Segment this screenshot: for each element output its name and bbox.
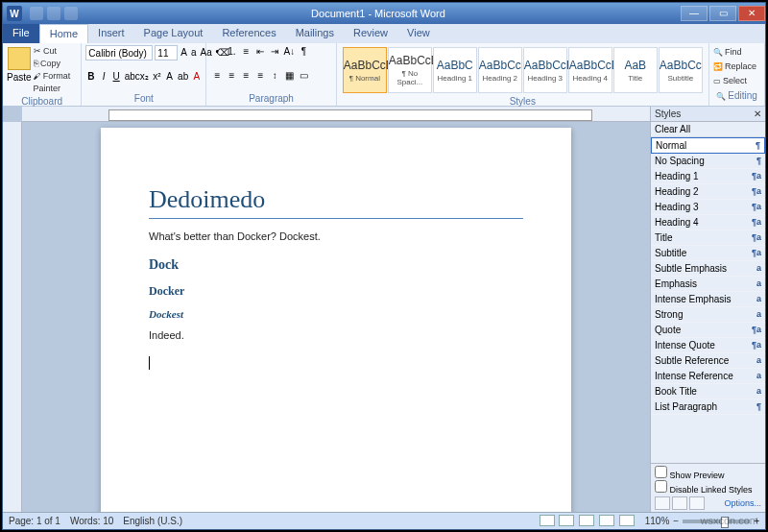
qat-save-icon[interactable] [30, 7, 43, 20]
view-full-screen[interactable] [559, 515, 574, 526]
style-list-item[interactable]: Subtle Emphasisa [651, 261, 765, 277]
style-list-item[interactable]: Heading 3¶a [651, 200, 765, 215]
view-print-layout[interactable] [540, 515, 555, 526]
cut-button[interactable]: Cut [34, 45, 78, 58]
doc-heading-3[interactable]: Docker [149, 284, 523, 299]
subscript-button[interactable]: x₂ [139, 70, 150, 84]
borders-button[interactable]: ▭ [297, 69, 310, 83]
tab-references[interactable]: References [212, 24, 285, 43]
style-list-item[interactable]: Title¶a [651, 230, 765, 246]
new-style-button[interactable] [655, 496, 670, 510]
superscript-button[interactable]: x² [152, 70, 162, 84]
tab-home[interactable]: Home [39, 24, 88, 43]
view-draft[interactable] [619, 515, 635, 526]
align-center-button[interactable]: ≡ [225, 69, 238, 83]
bullets-button[interactable]: • [210, 45, 224, 59]
sort-button[interactable]: A↓ [282, 45, 296, 59]
word-icon[interactable]: W [7, 6, 22, 21]
qat-undo-icon[interactable] [47, 7, 60, 20]
status-language[interactable]: English (U.S.) [123, 516, 182, 526]
styles-list[interactable]: Normal¶No Spacing¶Heading 1¶aHeading 2¶a… [651, 137, 765, 463]
shading-button[interactable]: ▦ [282, 69, 296, 83]
align-left-button[interactable]: ≡ [210, 69, 224, 83]
paste-button[interactable]: Paste [7, 45, 32, 95]
underline-button[interactable]: U [111, 70, 122, 84]
replace-button[interactable]: Replace [713, 60, 760, 74]
style-gallery[interactable]: AaBbCcDc¶ NormalAaBbCcDc¶ No Spaci...AaB… [341, 45, 705, 95]
style-list-item[interactable]: Intense Referencea [651, 369, 765, 384]
align-right-button[interactable]: ≡ [239, 69, 252, 83]
styles-pane-close-icon[interactable]: ✕ [754, 109, 761, 119]
tab-insert[interactable]: Insert [88, 24, 134, 43]
font-color-button[interactable]: A [191, 70, 202, 84]
styles-options-link[interactable]: Options... [705, 498, 761, 508]
multilevel-button[interactable]: ≡ [239, 45, 252, 59]
disable-linked-checkbox[interactable]: Disable Linked Styles [655, 480, 761, 495]
find-button[interactable]: Find [713, 45, 760, 60]
page-scroll[interactable]: Dedoimedo What's better than Docker? Doc… [22, 122, 650, 512]
highlight-button[interactable]: ab [177, 70, 189, 84]
style-list-item[interactable]: Quote¶a [651, 323, 765, 338]
style-list-item[interactable]: Subtle Referencea [651, 353, 765, 369]
select-button[interactable]: Select [713, 74, 760, 88]
tab-mailings[interactable]: Mailings [286, 24, 344, 43]
style-list-item[interactable]: Intense Emphasisa [651, 292, 765, 307]
format-painter-button[interactable]: Format Painter [34, 70, 78, 95]
italic-button[interactable]: I [98, 70, 108, 84]
style-gallery-item[interactable]: AaBbCcIHeading 3 [523, 47, 567, 93]
style-list-item[interactable]: Heading 2¶a [651, 184, 765, 200]
status-words[interactable]: Words: 10 [70, 516, 113, 526]
style-list-item[interactable]: Heading 4¶a [651, 215, 765, 230]
style-gallery-item[interactable]: AaBbCcDc¶ Normal [343, 47, 387, 93]
manage-styles-button[interactable] [689, 496, 705, 510]
grow-font-button[interactable]: A [180, 46, 188, 60]
tab-file[interactable]: File [3, 24, 39, 43]
view-outline[interactable] [599, 515, 614, 526]
zoom-level[interactable]: 110% [645, 516, 670, 526]
numbering-button[interactable]: 1. [225, 45, 238, 59]
tab-view[interactable]: View [397, 24, 440, 43]
shrink-font-button[interactable]: a [190, 46, 198, 60]
style-list-item[interactable]: Stronga [651, 307, 765, 323]
font-size-input[interactable] [155, 45, 178, 60]
horizontal-ruler[interactable] [22, 107, 650, 122]
show-preview-checkbox[interactable]: Show Preview [655, 466, 761, 480]
bold-button[interactable]: B [85, 70, 96, 84]
strike-button[interactable]: abc [124, 70, 137, 84]
line-spacing-button[interactable]: ↕ [268, 69, 281, 83]
font-name-input[interactable] [85, 45, 153, 60]
style-list-item[interactable]: List Paragraph¶ [651, 399, 765, 415]
outdent-button[interactable]: ⇤ [253, 45, 267, 59]
copy-button[interactable]: Copy [34, 58, 78, 70]
style-list-item[interactable]: Intense Quote¶a [651, 338, 765, 353]
style-list-item[interactable]: No Spacing¶ [651, 154, 765, 169]
style-list-item[interactable]: Normal¶ [651, 137, 765, 154]
doc-body-2[interactable]: Indeed. [149, 329, 523, 341]
style-list-item[interactable]: Heading 1¶a [651, 169, 765, 184]
style-gallery-item[interactable]: AaBbCcDdHeading 4 [568, 47, 612, 93]
doc-heading-2[interactable]: Dock [149, 257, 523, 273]
vertical-ruler[interactable] [3, 122, 22, 512]
text-effects-button[interactable]: A [164, 70, 175, 84]
maximize-button[interactable]: ▭ [709, 6, 736, 21]
close-button[interactable]: ✕ [738, 6, 765, 21]
clear-all-button[interactable]: Clear All [651, 122, 765, 137]
zoom-out-button[interactable]: − [673, 516, 679, 526]
tab-review[interactable]: Review [344, 24, 397, 43]
minimize-button[interactable]: — [681, 6, 708, 21]
style-gallery-item[interactable]: AaBbCcSubtitle [659, 47, 703, 93]
doc-title[interactable]: Dedoimedo [149, 185, 523, 219]
show-marks-button[interactable]: ¶ [297, 45, 310, 59]
style-list-item[interactable]: Book Titlea [651, 384, 765, 399]
view-web-layout[interactable] [579, 515, 594, 526]
document-page[interactable]: Dedoimedo What's better than Docker? Doc… [101, 128, 571, 512]
style-gallery-item[interactable]: AaBbCcHeading 2 [478, 47, 522, 93]
style-list-item[interactable]: Emphasisa [651, 277, 765, 292]
doc-body-1[interactable]: What's better than Docker? Dockest. [149, 230, 523, 242]
status-page[interactable]: Page: 1 of 1 [9, 516, 60, 526]
qat-redo-icon[interactable] [64, 7, 78, 20]
tab-page-layout[interactable]: Page Layout [134, 24, 213, 43]
style-list-item[interactable]: Subtitle¶a [651, 246, 765, 261]
doc-heading-4[interactable]: Dockest [149, 308, 523, 320]
indent-button[interactable]: ⇥ [268, 45, 281, 59]
